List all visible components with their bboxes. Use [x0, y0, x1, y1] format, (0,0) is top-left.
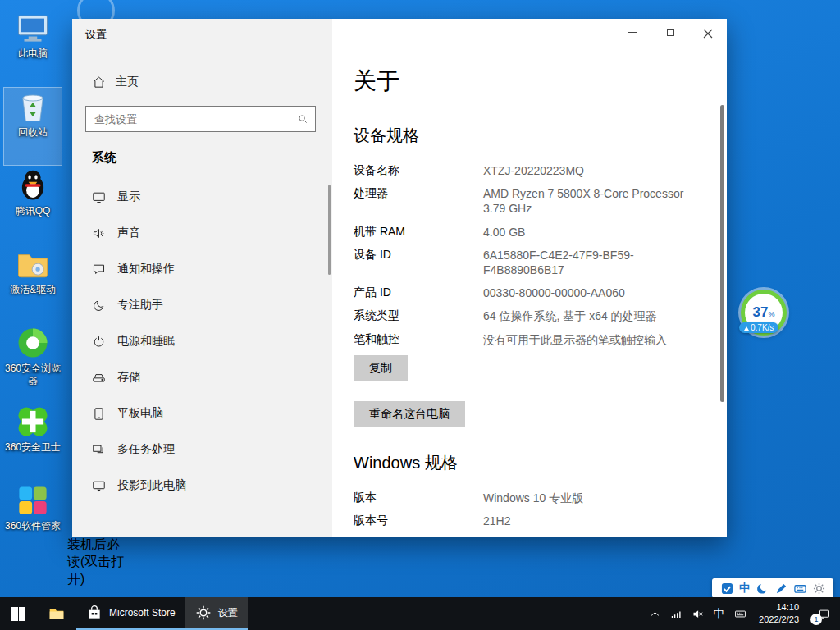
sidebar-item-power-sleep[interactable]: 电源和睡眠	[85, 325, 316, 358]
upload-arrow-icon	[744, 326, 749, 331]
file-explorer-button[interactable]	[37, 597, 76, 630]
folder-icon	[16, 247, 50, 281]
sidebar-item-label: 投影到此电脑	[117, 478, 186, 493]
notifications-icon	[92, 262, 106, 276]
tray-time: 14:10	[776, 601, 799, 614]
settings-gear-icon	[195, 605, 212, 621]
close-icon	[703, 27, 713, 37]
tray-clock[interactable]: 14:10 2022/2/23	[751, 597, 807, 630]
power-sleep-icon	[92, 335, 106, 349]
desktop-icon-label: 回收站	[18, 126, 48, 139]
spec-label: 版本	[354, 491, 483, 505]
app-title: 设置	[85, 27, 332, 42]
sidebar-item-storage[interactable]: 存储	[85, 361, 316, 394]
start-button[interactable]	[0, 597, 37, 630]
desktop-icon-360-software[interactable]: 360软件管家	[3, 481, 62, 559]
tray-network-icon[interactable]	[665, 597, 687, 630]
net-upload-speed: 0.7K/s	[739, 322, 778, 333]
sidebar-item-focus-assist[interactable]: 专注助手	[85, 289, 316, 322]
sidebar-item-multitask[interactable]: 多任务处理	[85, 433, 316, 466]
search-input[interactable]	[93, 112, 297, 126]
desktop-icon-recycle-bin[interactable]: 回收站	[3, 87, 62, 166]
rename-pc-button[interactable]: 重命名这台电脑	[354, 401, 465, 427]
tray-touch-keyboard-icon[interactable]	[729, 597, 751, 630]
system-tray: 中 14:10 2022/2/23 1	[644, 597, 840, 630]
spec-value: 00330-80000-00000-AA060	[483, 285, 625, 300]
home-icon	[92, 75, 106, 89]
content-scrollbar[interactable]	[720, 105, 724, 402]
notification-badge: 1	[810, 614, 822, 625]
net-percent: 37	[753, 304, 769, 321]
desktop-icon-this-pc[interactable]: 此电脑	[3, 8, 62, 87]
file-explorer-icon	[48, 605, 65, 622]
tray-volume-muted-icon[interactable]	[687, 597, 708, 630]
desktop-icon-label: 360软件管家	[5, 520, 61, 532]
spec-value: 2022/2/23	[483, 536, 534, 537]
microsoft-store-button[interactable]: Microsoft Store	[76, 597, 185, 630]
desktop-icon-label: 腾讯QQ	[16, 205, 51, 217]
settings-taskbar-button[interactable]: 设置	[185, 597, 248, 630]
action-center-button[interactable]: 1	[807, 597, 840, 630]
spec-value: 6A15880F-C4E2-47F9-BF59-F4B8890B6B17	[483, 248, 694, 277]
tray-chevron-up-icon[interactable]	[644, 597, 665, 630]
ime-pen-icon[interactable]	[774, 582, 788, 595]
microsoft-store-icon	[86, 605, 103, 621]
project-icon	[92, 479, 106, 493]
ime-check-icon[interactable]	[720, 582, 733, 595]
ime-gear-icon[interactable]	[812, 582, 825, 595]
spec-row-system-type: 系统类型 64 位操作系统, 基于 x64 的处理器	[354, 308, 694, 323]
desktop-icon-label: 此电脑	[18, 48, 48, 60]
focus-assist-icon	[92, 299, 106, 313]
desktop-icon-label: 360安全卫士	[5, 441, 61, 454]
tray-language-indicator[interactable]: 中	[708, 597, 729, 630]
spec-row-pen-touch: 笔和触控 没有可用于此显示器的笔或触控输入	[354, 332, 694, 347]
settings-sidebar: 设置 主页 系统 显示 声音	[72, 19, 332, 537]
soft-360-icon	[16, 483, 50, 518]
sidebar-scrollbar[interactable]	[328, 185, 331, 275]
sidebar-item-label: 显示	[117, 189, 140, 204]
desktop-icon-label: 360安全浏览器	[4, 363, 62, 387]
desktop-icon-drivers-folder[interactable]: 激活&驱动	[3, 244, 62, 323]
spec-label: 产品 ID	[354, 285, 483, 300]
spec-value: AMD Ryzen 7 5800X 8-Core Processor 3.79 …	[483, 186, 683, 216]
sound-icon	[92, 226, 106, 240]
desktop-icon-360-safe[interactable]: 360安全卫士	[3, 402, 62, 481]
sidebar-item-label: 通知和操作	[117, 262, 175, 276]
minimize-icon	[628, 32, 637, 33]
qq-icon	[16, 168, 50, 203]
sidebar-item-notifications[interactable]: 通知和操作	[85, 253, 316, 285]
spec-label: 版本号	[354, 514, 483, 528]
desktop-icon-column: 此电脑 回收站 腾讯QQ 激活&驱动 360安全浏览器	[3, 8, 62, 559]
settings-window: 设置 主页 系统 显示 声音	[72, 19, 727, 537]
spec-row-installed-on: 安装日期 2022/2/23	[354, 536, 694, 537]
net-speed-widget[interactable]: 37% 0.7K/s	[741, 290, 787, 336]
desktop-icon-label: 装机后必读(双击打开)	[67, 536, 126, 588]
minimize-button[interactable]	[614, 19, 651, 45]
desktop-icon-360-browser[interactable]: 360安全浏览器	[3, 323, 62, 402]
taskbar: Microsoft Store 设置 中	[0, 597, 840, 630]
maximize-button[interactable]	[651, 19, 689, 45]
spec-value: 64 位操作系统, 基于 x64 的处理器	[483, 308, 657, 323]
sidebar-item-tablet[interactable]: 平板电脑	[85, 397, 316, 430]
spec-row-edition: 版本 Windows 10 专业版	[354, 491, 694, 505]
close-button[interactable]	[689, 19, 727, 45]
sidebar-item-home[interactable]: 主页	[85, 70, 316, 94]
windows-spec-section-title: Windows 规格	[354, 452, 694, 474]
sidebar-item-label: 存储	[117, 370, 140, 385]
spec-label: 处理器	[354, 186, 483, 216]
ime-moon-icon[interactable]	[756, 582, 769, 595]
copy-button[interactable]: 复制	[354, 355, 408, 381]
tablet-icon	[92, 407, 106, 421]
desktop-icon-qq[interactable]: 腾讯QQ	[3, 166, 62, 244]
sidebar-item-label: 专注助手	[117, 298, 163, 313]
sidebar-item-label: 平板电脑	[117, 406, 163, 421]
net-percent-sign: %	[768, 310, 774, 318]
ime-lang-icon[interactable]: 中	[739, 581, 750, 596]
sidebar-item-project[interactable]: 投影到此电脑	[85, 469, 316, 502]
sidebar-item-sound[interactable]: 声音	[85, 217, 316, 249]
sidebar-item-display[interactable]: 显示	[85, 180, 316, 213]
browser-360-icon	[16, 326, 50, 360]
spec-label: 设备 ID	[354, 248, 483, 277]
ime-keyboard-icon[interactable]	[793, 582, 806, 595]
spec-value: XTZJ-20220223MQ	[483, 163, 584, 178]
